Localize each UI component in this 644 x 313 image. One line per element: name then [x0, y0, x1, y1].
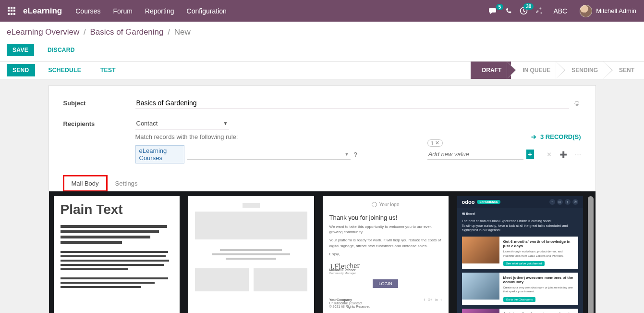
discard-button[interactable]: DISCARD: [42, 44, 81, 56]
avatar: [580, 5, 592, 17]
chat-icon[interactable]: 5: [489, 7, 498, 15]
social-icons: fG+int: [424, 298, 442, 308]
welcome-heading: Thank you for joining us!: [329, 214, 442, 221]
template-gallery[interactable]: Plain Text Your logo Tha: [49, 191, 595, 313]
tools-icon[interactable]: [535, 7, 543, 14]
top-nav: eLearning Courses Forum Reporting Config…: [0, 0, 644, 22]
delete-rule-icon[interactable]: ✕: [547, 151, 552, 158]
domain-field-select[interactable]: ▼: [187, 149, 351, 160]
stage-draft[interactable]: DRAFT: [471, 62, 511, 79]
form-card: Subject ☺ Recipients Contact ▼ ➔ 3 RECOR…: [49, 85, 596, 313]
crumb-sep: /: [168, 27, 170, 37]
clock-icon[interactable]: 30: [520, 7, 528, 15]
template-odoo-experience[interactable]: odooEXPERIENCE fint✉ Hi there! The next …: [457, 196, 583, 313]
subheader: eLearning Overview / Basics of Gardening…: [0, 22, 644, 61]
recipients-label: Recipients: [63, 120, 135, 127]
nav-forum[interactable]: Forum: [113, 7, 132, 15]
nav-courses[interactable]: Courses: [75, 7, 100, 15]
user-name: Mitchell Admin: [596, 7, 636, 14]
arrow-right-icon: ➔: [531, 133, 536, 140]
plain-text-title: Plain Text: [61, 202, 173, 217]
template-basic-layout[interactable]: [188, 196, 314, 313]
subject-label: Subject: [63, 100, 135, 107]
phone-icon[interactable]: [505, 8, 512, 14]
nav-configuration[interactable]: Configuration: [187, 7, 227, 15]
add-branch-icon[interactable]: ➕: [559, 151, 567, 158]
tabs: Mail Body Settings: [63, 175, 581, 191]
logo-placeholder-icon: [372, 202, 377, 207]
template-welcome[interactable]: Your logo Thank you for joining us! We w…: [323, 196, 449, 313]
stage-sending[interactable]: SENDING: [560, 62, 608, 79]
apps-icon[interactable]: [8, 7, 16, 15]
remove-value-icon[interactable]: ✕: [435, 140, 439, 146]
test-button[interactable]: TEST: [95, 64, 122, 76]
user-menu[interactable]: Mitchell Admin: [580, 5, 636, 17]
stage-sent[interactable]: SENT: [608, 62, 644, 79]
send-button[interactable]: SEND: [7, 64, 35, 76]
value-badge[interactable]: 1 ✕: [427, 139, 443, 147]
login-button: LOGIN: [373, 279, 398, 288]
chat-badge: 5: [496, 4, 504, 10]
template-plain-text[interactable]: Plain Text: [54, 196, 180, 313]
social-dark-icons: fint✉: [549, 199, 578, 205]
breadcrumb: eLearning Overview / Basics of Gardening…: [7, 27, 637, 37]
value-input[interactable]: [427, 149, 523, 159]
subject-input[interactable]: [135, 97, 570, 109]
records-link[interactable]: ➔ 3 RECORD(S): [531, 133, 581, 140]
clock-badge: 30: [523, 3, 534, 10]
crumb-overview[interactable]: eLearning Overview: [7, 27, 79, 37]
company-name[interactable]: ABC: [553, 7, 567, 15]
emoji-icon[interactable]: ☺: [573, 99, 581, 108]
value-column: 1 ✕: [427, 149, 523, 160]
nav-reporting[interactable]: Reporting: [145, 7, 174, 15]
caret-down-icon: ▼: [223, 121, 228, 126]
recipients-select[interactable]: Contact ▼: [135, 118, 229, 129]
more-rule-icon[interactable]: ⋯: [575, 151, 581, 158]
brand[interactable]: eLearning: [23, 6, 62, 16]
stage-inqueue[interactable]: IN QUEUE: [511, 62, 560, 79]
crumb-current: New: [174, 27, 191, 37]
domain-field-tag[interactable]: eLearning Courses: [135, 145, 185, 163]
status-stages: DRAFT IN QUEUE SENDING SENT: [471, 62, 644, 79]
operator-cell[interactable]: ?: [353, 151, 357, 158]
save-button[interactable]: SAVE: [7, 44, 34, 56]
add-rule-button[interactable]: +: [526, 150, 534, 159]
caret-down-icon: ▼: [345, 152, 349, 157]
schedule-button[interactable]: SCHEDULE: [43, 64, 87, 76]
send-bar: SEND SCHEDULE TEST DRAFT IN QUEUE SENDIN…: [0, 61, 644, 79]
tab-mail-body[interactable]: Mail Body: [63, 175, 107, 191]
crumb-sep: /: [84, 27, 86, 37]
match-rule-text: Match records with the following rule:: [135, 133, 581, 140]
tab-settings[interactable]: Settings: [107, 175, 146, 191]
recipients-value: Contact: [136, 120, 158, 127]
crumb-course[interactable]: Basics of Gardening: [90, 27, 163, 37]
